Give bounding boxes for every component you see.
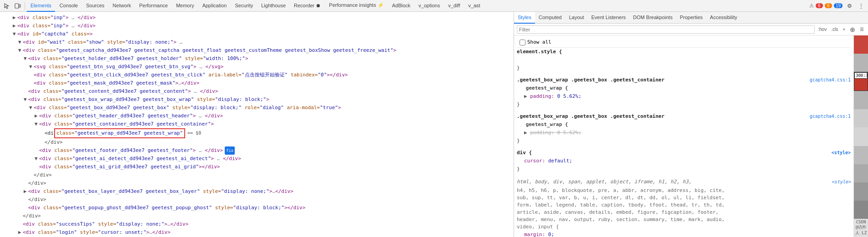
tree-row[interactable]: </div> (0, 171, 514, 179)
tab-recorder[interactable]: Recorder ⏺ (290, 0, 324, 12)
devtools-main: ▶ <div class="inp"> … </div> ▶ <div clas… (0, 12, 868, 237)
settings-button[interactable]: ⚙ (844, 1, 854, 11)
swatch-2 (854, 54, 868, 72)
style-source[interactable]: gcaptcha4.css:1 (810, 76, 851, 84)
tab-sources[interactable]: Sources (82, 0, 108, 12)
tab-console[interactable]: Console (56, 0, 81, 12)
toolbar-right: ⚠ 6 6 19 ⚙ ⋮ (809, 1, 866, 11)
error-badge: 6 (816, 3, 823, 8)
style-source-div[interactable]: <style> (832, 149, 851, 157)
hov-filter-button[interactable]: :hov (817, 26, 828, 32)
tree-row-selected[interactable]: <di class="geetest_wrap_dd943ee7 geetest… (0, 128, 514, 138)
inherited-source[interactable]: <style> (832, 178, 851, 186)
tab-memory[interactable]: Memory (172, 0, 198, 12)
styles-filter-input[interactable] (517, 25, 815, 34)
tab-v-options[interactable]: v_options (415, 0, 444, 12)
swatch-5 (854, 127, 868, 146)
tree-row[interactable]: <div class="geetest_mask_dd943ee7 geetes… (0, 79, 514, 87)
styles-filter-bar: :hov .cls + ⊕ ☰ (514, 24, 868, 35)
tree-row[interactable]: ▼ <svg class="geetest_btn_svg_dd943ee7 g… (0, 63, 514, 71)
inherited-section: html, body, div, span, applet, object, i… (517, 177, 851, 237)
prop-arrow[interactable]: ▶ (524, 130, 527, 136)
tree-row[interactable]: <div class="geetest_ai_grid_dd943ee7 gee… (0, 163, 514, 171)
swatch-4 (854, 109, 868, 127)
prop-arrow[interactable]: ▶ (524, 93, 527, 99)
info-badge: 19 (834, 3, 843, 8)
tab-properties[interactable]: Properties (676, 12, 706, 24)
style-prop: ▶ padding: 0 5.62%; (524, 92, 851, 101)
tab-accessibility[interactable]: Accessibility (707, 12, 741, 24)
tree-row[interactable]: ▼ <div class="geetest_ai_detect_dd943ee7… (0, 155, 514, 163)
show-all-checkbox[interactable] (520, 40, 525, 45)
cls-filter-button[interactable]: .cls (830, 26, 839, 32)
show-all-wrap: Show all (517, 37, 851, 48)
swatch-3 (854, 91, 868, 109)
tab-layout[interactable]: Layout (565, 12, 588, 24)
fix-badge: fix (225, 146, 235, 155)
inherited-selector-full: h4, h5, h6, p, blockquote, pre, a, abbr,… (517, 187, 851, 231)
tree-row[interactable]: </div> (0, 138, 514, 146)
tree-row[interactable]: </div> (0, 212, 514, 220)
tree-row[interactable]: ▼ <div id="captcha" class=> (0, 30, 514, 38)
tree-row[interactable]: <div class="geetest_footer_dd943ee7 geet… (0, 146, 514, 155)
tree-row[interactable]: ▼ <div class="geetest_box_wrap_dd943ee7 … (0, 96, 514, 104)
tab-computed[interactable]: Computed (535, 12, 565, 24)
tab-perf-insights[interactable]: Performance insights ⚡ (325, 0, 387, 12)
style-rule-geetest-1: .geetest_box_wrap .geetest_box .geetest_… (517, 76, 851, 109)
tree-row[interactable]: ▶ <div class="geetest_box_layer_dd943ee7… (0, 187, 514, 196)
tab-dom-breakpoints[interactable]: DOM Breakpoints (630, 12, 676, 24)
styles-rules-container: Show all element.style { } .geetest_box_… (514, 35, 853, 237)
tree-row[interactable]: <div class="successTips" style="display:… (0, 220, 514, 228)
tree-row[interactable]: ▶ <div class="geetest_header_dd943ee7 ge… (0, 112, 514, 120)
tree-row[interactable]: ▼ <div class="geetest_container_dd943ee7… (0, 120, 514, 128)
devtools-toolbar: Elements Console Sources Network Perform… (0, 0, 868, 12)
tab-styles[interactable]: Styles (514, 12, 535, 24)
tree-row[interactable]: ▶ <div class="inp"> … </div> (0, 22, 514, 30)
add-style-button[interactable]: + (841, 26, 847, 32)
swatch-label: CSDN @访外人 LZ (854, 219, 868, 237)
device-toggle-button[interactable] (13, 1, 23, 11)
tree-row[interactable]: ▼ <div class="geetest_captcha_dd943ee7 g… (0, 46, 514, 55)
new-rule-button[interactable]: ⊕ (848, 25, 857, 34)
tree-row[interactable]: ▼ <div class="geetest_box_dd943ee7 geete… (0, 104, 514, 112)
tree-row[interactable]: ▼ <div id="wait" class="show" style="dis… (0, 38, 514, 46)
warning-badge: 6 (825, 3, 832, 8)
more-button[interactable]: ⋮ (856, 1, 866, 11)
tree-row[interactable]: <div class="geetest_content_dd943ee7 gee… (0, 87, 514, 96)
tab-lighthouse[interactable]: Lighthouse (257, 0, 289, 12)
tab-v-ast[interactable]: v_ast (464, 0, 484, 12)
toolbar-separator (25, 2, 25, 10)
elements-panel: ▶ <div class="inp"> … </div> ▶ <div clas… (0, 12, 514, 237)
styles-panel: Styles Computed Layout Event Listeners D… (514, 12, 868, 237)
tab-network[interactable]: Network (109, 0, 135, 12)
tree-row[interactable]: </div> (0, 196, 514, 204)
swatch-7 (854, 164, 868, 182)
right-panel-tabs: Styles Computed Layout Event Listeners D… (514, 12, 868, 24)
svg-rect-1 (19, 5, 20, 7)
tab-performance[interactable]: Performance (136, 0, 172, 12)
show-all-label: Show all (527, 38, 551, 46)
tab-application[interactable]: Application (199, 0, 231, 12)
tab-elements[interactable]: Elements (27, 0, 55, 12)
cursor-mode-button[interactable] (2, 1, 12, 11)
tab-event-listeners[interactable]: Event Listeners (588, 12, 630, 24)
style-rule-div: div { <style> cursor: default; } (517, 149, 851, 173)
swatch-8 (854, 182, 868, 201)
svg-rect-0 (15, 4, 19, 8)
tree-row[interactable]: <div class="geetest_popup_ghost_dd943ee7… (0, 204, 514, 212)
elements-tree[interactable]: ▶ <div class="inp"> … </div> ▶ <div clas… (0, 12, 514, 237)
tab-adblock[interactable]: AdBlock (389, 0, 414, 12)
style-rule-element: element.style { } (517, 48, 851, 72)
swatch-selected: 300:31~261:531 (854, 72, 868, 91)
tree-row[interactable]: ▶ <div class="login" style="cursor: unse… (0, 228, 514, 237)
tree-row[interactable]: ▶ <div class="inp"> … </div> (0, 14, 514, 22)
style-selector: .geetest_box_wrap .geetest_box .geetest_… (517, 76, 851, 84)
tab-v-diff[interactable]: v_diff (444, 0, 464, 12)
inherited-selector-start: html, body, div, span, applet, object, i… (517, 178, 691, 186)
tree-row[interactable]: <div class="geetest_btn_click_dd943ee7 g… (0, 71, 514, 79)
tree-row[interactable]: ▼ <div class="geetest_holder_dd943ee7 ge… (0, 55, 514, 63)
tab-security[interactable]: Security (231, 0, 257, 12)
more-styles-button[interactable]: ☰ (858, 26, 865, 32)
tree-row[interactable]: </div> (0, 179, 514, 187)
style-source-2[interactable]: gcaptcha4.css:1 (810, 112, 851, 121)
